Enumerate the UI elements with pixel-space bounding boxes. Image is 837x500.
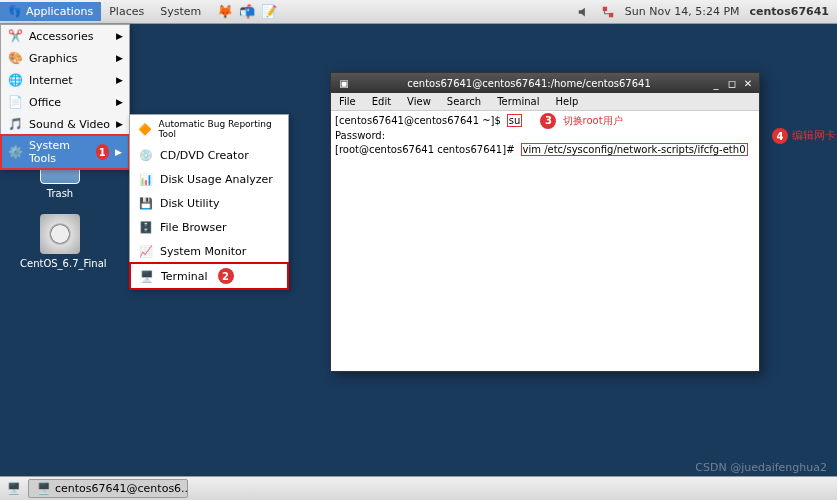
- annotation-text-3: 切换root用户: [563, 115, 623, 126]
- sound-video-icon: 🎵: [7, 116, 23, 132]
- terminal-menu-terminal[interactable]: Terminal: [489, 94, 547, 109]
- terminal-title: centos67641@centos67641:/home/centos6764…: [351, 78, 707, 89]
- annotation-text-4: 编辑网卡: [792, 128, 836, 143]
- panel-left: 👣 Applications Places System 🦊 📬 📝: [0, 2, 277, 21]
- chevron-right-icon: ▶: [116, 31, 123, 41]
- chevron-right-icon: ▶: [116, 97, 123, 107]
- bottom-panel: 🖥️ 🖥️ centos67641@centos6...: [0, 476, 837, 500]
- mail-icon[interactable]: 📬: [239, 4, 255, 20]
- taskbar-label: centos67641@centos6...: [55, 482, 188, 495]
- terminal-menu-help[interactable]: Help: [547, 94, 586, 109]
- notes-icon[interactable]: 📝: [261, 4, 277, 20]
- volume-icon[interactable]: [577, 5, 591, 19]
- menu-item-accessories[interactable]: ✂️ Accessories ▶: [1, 25, 129, 47]
- places-menu-button[interactable]: Places: [101, 2, 152, 21]
- submenu-item-abrt[interactable]: 🔶 Automatic Bug Reporting Tool: [130, 115, 288, 143]
- chevron-right-icon: ▶: [116, 75, 123, 85]
- svg-rect-0: [603, 6, 607, 10]
- terminal-body[interactable]: [centos67641@centos67641 ~]$ su 3 切换root…: [331, 111, 759, 159]
- chevron-right-icon: ▶: [115, 147, 122, 157]
- menu-item-internet[interactable]: 🌐 Internet ▶: [1, 69, 129, 91]
- password-prompt: Password:: [335, 130, 385, 141]
- submenu-item-cddvd[interactable]: 💿 CD/DVD Creator: [130, 143, 288, 167]
- annotation-badge-2: 2: [218, 268, 234, 284]
- cd-desktop-icon[interactable]: CentOS_6.7_Final: [20, 214, 100, 269]
- accessories-icon: ✂️: [7, 28, 23, 44]
- system-tools-submenu: 🔶 Automatic Bug Reporting Tool 💿 CD/DVD …: [129, 114, 289, 290]
- system-tools-icon: ⚙️: [8, 144, 23, 160]
- panel-right: Sun Nov 14, 5:24 PM centos67641: [577, 5, 837, 19]
- trash-label: Trash: [30, 188, 90, 199]
- taskbar-item-terminal[interactable]: 🖥️ centos67641@centos6...: [28, 479, 188, 498]
- terminal-menu-search[interactable]: Search: [439, 94, 489, 109]
- menu-label: Graphics: [29, 52, 78, 65]
- clock[interactable]: Sun Nov 14, 5:24 PM: [625, 5, 740, 18]
- terminal-window: ▣ centos67641@centos67641:/home/centos67…: [330, 72, 760, 372]
- user-menu[interactable]: centos67641: [750, 5, 829, 18]
- menu-item-system-tools[interactable]: ⚙️ System Tools 1 ▶: [0, 134, 130, 170]
- submenu-item-system-monitor[interactable]: 📈 System Monitor: [130, 239, 288, 263]
- menu-label: System Tools: [29, 139, 90, 165]
- menu-item-sound-video[interactable]: 🎵 Sound & Video ▶: [1, 113, 129, 135]
- minimize-button[interactable]: _: [709, 76, 723, 90]
- submenu-item-disk-usage[interactable]: 📊 Disk Usage Analyzer: [130, 167, 288, 191]
- disk-utility-icon: 💾: [138, 195, 154, 211]
- cd-label: CentOS_6.7_Final: [20, 258, 100, 269]
- watermark: CSDN @juedaifenghua2: [695, 461, 827, 474]
- command-su: su: [507, 114, 523, 127]
- cd-creator-icon: 💿: [138, 147, 154, 163]
- submenu-label: Terminal: [161, 270, 208, 283]
- applications-menu-button[interactable]: 👣 Applications: [0, 2, 101, 21]
- submenu-label: System Monitor: [160, 245, 246, 258]
- network-icon[interactable]: [601, 5, 615, 19]
- menu-label: Sound & Video: [29, 118, 110, 131]
- terminal-task-icon: 🖥️: [37, 482, 51, 495]
- submenu-item-terminal[interactable]: 🖥️ Terminal 2: [129, 262, 289, 290]
- foot-icon: 👣: [8, 5, 22, 18]
- menu-label: Internet: [29, 74, 73, 87]
- system-menu-button[interactable]: System: [152, 2, 209, 21]
- menu-label: Office: [29, 96, 61, 109]
- system-monitor-icon: 📈: [138, 243, 154, 259]
- abrt-icon: 🔶: [138, 121, 153, 137]
- command-vim: vim /etc/sysconfig/network-scripts/ifcfg…: [521, 143, 748, 156]
- maximize-button[interactable]: ◻: [725, 76, 739, 90]
- annotation-badge-1: 1: [96, 144, 110, 160]
- submenu-label: Disk Usage Analyzer: [160, 173, 273, 186]
- show-desktop-icon[interactable]: 🖥️: [4, 479, 24, 499]
- menu-label: Accessories: [29, 30, 93, 43]
- terminal-menu-edit[interactable]: Edit: [364, 94, 399, 109]
- internet-icon: 🌐: [7, 72, 23, 88]
- menu-item-office[interactable]: 📄 Office ▶: [1, 91, 129, 113]
- annotation-badge-3: 3: [540, 113, 556, 129]
- menu-item-graphics[interactable]: 🎨 Graphics ▶: [1, 47, 129, 69]
- annotation-badge-4: 4: [772, 128, 788, 144]
- prompt-1: [centos67641@centos67641 ~]$: [335, 115, 501, 126]
- terminal-menu-file[interactable]: File: [331, 94, 364, 109]
- submenu-item-file-browser[interactable]: 🗄️ File Browser: [130, 215, 288, 239]
- firefox-icon[interactable]: 🦊: [217, 4, 233, 20]
- office-icon: 📄: [7, 94, 23, 110]
- chevron-right-icon: ▶: [116, 119, 123, 129]
- prompt-root: [root@centos67641 centos67641]#: [335, 144, 515, 155]
- svg-rect-1: [609, 12, 613, 16]
- terminal-menubar: File Edit View Search Terminal Help: [331, 93, 759, 111]
- terminal-icon: 🖥️: [139, 268, 155, 284]
- chevron-right-icon: ▶: [116, 53, 123, 63]
- disk-usage-icon: 📊: [138, 171, 154, 187]
- applications-menu: ✂️ Accessories ▶ 🎨 Graphics ▶ 🌐 Internet…: [0, 24, 130, 170]
- submenu-label: File Browser: [160, 221, 226, 234]
- cd-icon: [40, 214, 80, 254]
- close-button[interactable]: ✕: [741, 76, 755, 90]
- submenu-label: Automatic Bug Reporting Tool: [159, 119, 280, 139]
- submenu-label: Disk Utility: [160, 197, 219, 210]
- terminal-app-icon: ▣: [337, 76, 351, 90]
- launcher-icons: 🦊 📬 📝: [217, 4, 277, 20]
- applications-label: Applications: [26, 5, 93, 18]
- top-panel: 👣 Applications Places System 🦊 📬 📝 Sun N…: [0, 0, 837, 24]
- file-browser-icon: 🗄️: [138, 219, 154, 235]
- terminal-menu-view[interactable]: View: [399, 94, 439, 109]
- terminal-titlebar[interactable]: ▣ centos67641@centos67641:/home/centos67…: [331, 73, 759, 93]
- submenu-label: CD/DVD Creator: [160, 149, 249, 162]
- submenu-item-disk-utility[interactable]: 💾 Disk Utility: [130, 191, 288, 215]
